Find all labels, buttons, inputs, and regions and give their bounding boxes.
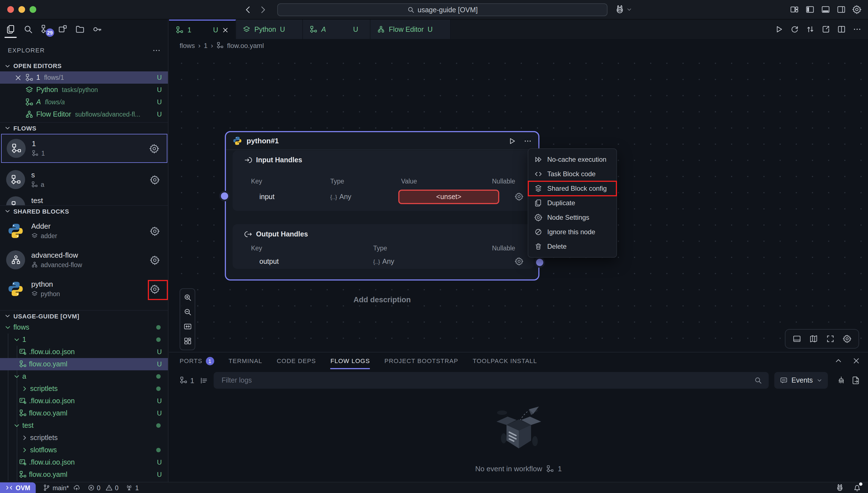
zoom-in-icon[interactable] [183,293,192,302]
notifications-bell[interactable] [853,484,861,492]
editor-more-icon[interactable] [853,25,861,34]
open-editor-item[interactable]: Pythontasks/python U [0,84,168,96]
node-more-icon[interactable] [524,137,532,145]
share-icon[interactable] [822,25,830,34]
canvas-settings-gear-icon[interactable] [843,335,851,343]
search-view-icon[interactable] [23,24,33,34]
blocks-view-icon[interactable] [58,24,67,34]
panel-tab-ports[interactable]: PORTS 1 [179,352,214,369]
rerun-icon[interactable] [790,25,799,34]
shared-blocks-section-header[interactable]: SHARED BLOCKS [0,205,168,216]
tree-file-json[interactable]: .flow.ui.oo.jsonU [0,346,168,358]
fullscreen-icon[interactable] [826,335,834,343]
maximize-panel-icon[interactable] [834,357,842,365]
tree-folder-a[interactable]: a [0,370,168,383]
toggle-panel-icon[interactable] [821,5,830,14]
breadcrumb-file[interactable]: flow.oo.yaml [227,42,264,49]
tree-file-json[interactable]: .flow.ui.oo.jsonU [0,456,168,469]
output-port-handle[interactable] [534,257,545,268]
workspace-section-header[interactable]: USAGE-GUIDE [OVM] [0,310,168,321]
secrets-view-icon[interactable] [92,24,102,34]
window-zoom-button[interactable] [29,6,36,13]
value-unset-field[interactable]: <unset> [398,190,499,204]
flow-canvas[interactable]: python#1 Input Handles Key Type [169,52,868,352]
clear-logs-broom-icon[interactable] [837,376,846,385]
menu-item-shared-block-config[interactable]: Shared Block config [528,181,616,196]
breadcrumb-item[interactable]: 1 [204,42,208,49]
block-settings-gear-icon[interactable] [150,226,160,236]
menu-item-duplicate[interactable]: Duplicate [528,196,616,210]
tree-folder-1[interactable]: 1 [0,334,168,346]
add-description-button[interactable]: Add description [225,296,539,304]
settings-gear-icon[interactable] [852,5,861,14]
open-editor-item[interactable]: 1flows/1 U [0,71,168,84]
flow-settings-gear-icon[interactable] [150,175,160,184]
menu-item-delete[interactable]: Delete [528,239,616,254]
menu-item-task-block-code[interactable]: Task Block code [528,167,616,181]
breadcrumb[interactable]: flows › 1 › flow.oo.yaml [169,39,868,52]
open-editor-item[interactable]: Flow Editorsubflows/advanced-fl... U [0,108,168,121]
auto-layout-icon[interactable] [183,337,192,345]
shared-block-card[interactable]: advanced-flow advanced-flow [1,246,167,273]
folder-view-icon[interactable] [75,24,85,34]
explorer-view-icon[interactable] [5,24,16,34]
toggle-secondary-sidebar-icon[interactable] [837,5,846,14]
sync-icon[interactable] [806,25,814,34]
flow-card[interactable]: 1 1 [1,134,167,163]
window-minimize-button[interactable] [18,6,25,13]
ports-status[interactable]: 1 [126,484,139,491]
menu-item-ignore-node[interactable]: Ignore this node [528,225,616,239]
close-icon[interactable] [222,26,229,33]
flow-card[interactable]: s a [1,165,167,194]
assistant-menu[interactable] [615,4,632,15]
panel-tab-code-deps[interactable]: CODE DEPS [277,352,316,369]
flows-section-header[interactable]: FLOWS [0,122,168,133]
shared-block-card[interactable]: python python [1,276,167,302]
open-editors-header[interactable]: OPEN EDITORS [0,60,168,71]
shared-block-card[interactable]: Adder adder [1,217,167,244]
handle-settings-gear-icon[interactable] [515,192,523,201]
history-forward-icon[interactable] [259,5,267,14]
log-level-filter-icon[interactable] [200,376,208,385]
toggle-panel-icon[interactable] [793,335,801,343]
tab-a[interactable]: A U [303,20,371,39]
tree-file-yaml-selected[interactable]: flow.oo.yamlU [0,358,168,370]
tree-file-yaml[interactable]: flow.oo.yamlU [0,469,168,481]
panel-tab-toolpack-install[interactable]: TOOLPACK INSTALL [473,352,537,369]
toggle-primary-sidebar-icon[interactable] [806,5,814,14]
menu-item-node-settings[interactable]: Node Settings [528,210,616,225]
history-back-icon[interactable] [244,5,252,14]
command-center-search[interactable]: usage-guide [OVM] [277,3,608,16]
close-panel-icon[interactable] [852,357,860,365]
close-icon[interactable] [15,74,22,81]
flow-card[interactable]: test [1,196,167,205]
menu-item-no-cache-execution[interactable]: No-cache execution [528,152,616,167]
filter-logs-input[interactable] [220,376,754,385]
panel-tab-flow-logs[interactable]: FLOW LOGS [331,352,370,369]
panel-tab-terminal[interactable]: TERMINAL [229,352,262,369]
breadcrumb-item[interactable]: flows [179,42,195,49]
export-logs-icon[interactable] [851,376,860,385]
flows-view-icon[interactable]: 29 [40,24,50,34]
split-editor-icon[interactable] [837,25,846,34]
input-port-handle[interactable] [219,191,230,201]
explorer-more-icon[interactable] [152,46,161,55]
tab-flow-editor[interactable]: Flow Editor U [371,20,451,39]
flow-settings-gear-icon[interactable] [149,144,159,153]
tree-folder-scriptlets[interactable]: scriptlets [0,383,168,395]
fit-width-icon[interactable] [183,322,192,331]
tab-python[interactable]: Python U [236,20,303,39]
minimap-icon[interactable] [809,335,818,343]
node-run-icon[interactable] [508,137,516,145]
tree-folder-flows[interactable]: flows [0,321,168,334]
remote-indicator[interactable]: OVM [0,483,36,493]
run-flow-icon[interactable] [775,25,783,34]
customize-layout-icon[interactable] [790,5,799,14]
tree-folder-slotflows[interactable]: slotflows [0,444,168,456]
problems-status[interactable]: 0 0 [87,484,119,491]
events-dropdown[interactable]: Events [774,372,828,389]
git-branch-status[interactable]: main* [43,484,80,491]
handle-settings-gear-icon[interactable] [515,257,523,265]
mascot-icon[interactable] [835,484,844,492]
tree-file-yaml[interactable]: flow.oo.yamlU [0,407,168,420]
